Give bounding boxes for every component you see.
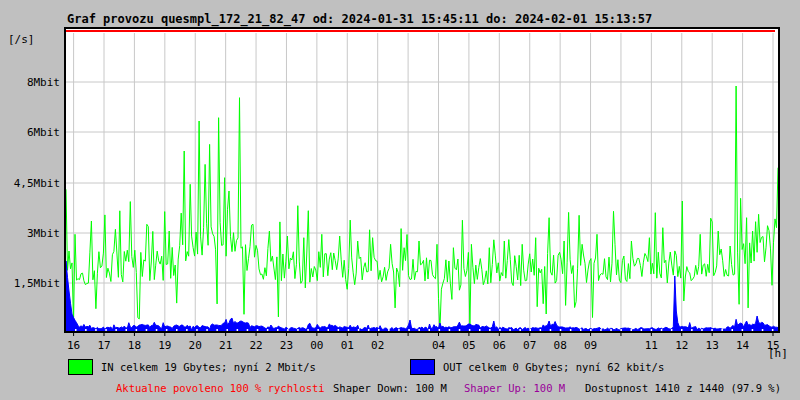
x-tick-label: 15 <box>764 339 782 352</box>
x-tick-label: 12 <box>673 339 691 352</box>
shaper-down-text: Shaper Down: 100 M <box>333 382 447 394</box>
x-tick-label: 22 <box>247 339 265 352</box>
x-tick-label: 05 <box>460 339 478 352</box>
out-legend-swatch <box>410 359 435 375</box>
x-tick-label: 23 <box>277 339 295 352</box>
y-tick-label: 3Mbit <box>0 227 60 240</box>
x-tick-label: 14 <box>734 339 752 352</box>
x-tick-label: 02 <box>369 339 387 352</box>
x-tick-label: 18 <box>125 339 143 352</box>
x-tick-label: 07 <box>521 339 539 352</box>
availability-text: Dostupnost 1410 z 1440 (97.9 %) <box>585 382 781 394</box>
y-tick-label: 4,5Mbit <box>0 177 60 190</box>
x-tick-label: 01 <box>338 339 356 352</box>
x-tick-label: 20 <box>186 339 204 352</box>
y-axis-unit-label: [/s] <box>8 33 35 46</box>
out-legend-label: OUT celkem 0 Gbytes; nyní 62 kbit/s <box>443 361 664 373</box>
graph-title: Graf provozu quesmpl_172_21_82_47 od: 20… <box>67 12 652 26</box>
y-tick-label: 8Mbit <box>0 76 60 89</box>
x-tick-label: 19 <box>156 339 174 352</box>
x-tick-label: 17 <box>95 339 113 352</box>
x-tick-label: 06 <box>490 339 508 352</box>
x-tick-label: 11 <box>642 339 660 352</box>
in-legend-label: IN celkem 19 Gbytes; nyní 2 Mbit/s <box>101 361 316 373</box>
y-tick-label: 6Mbit <box>0 126 60 139</box>
plot-background <box>65 28 779 332</box>
x-tick-label: 09 <box>582 339 600 352</box>
x-tick-label: 08 <box>551 339 569 352</box>
x-tick-label: 16 <box>65 339 83 352</box>
shaper-up-text: Shaper Up: 100 M <box>464 382 565 394</box>
x-tick-label: 04 <box>430 339 448 352</box>
traffic-graph-window: Graf provozu quesmpl_172_21_82_47 od: 20… <box>0 0 800 400</box>
in-legend-swatch <box>68 359 93 375</box>
allowed-speed-text: Aktualne povoleno 100 % rychlosti <box>116 382 325 394</box>
x-tick-label: 21 <box>217 339 235 352</box>
y-tick-label: 1,5Mbit <box>0 277 60 290</box>
x-tick-label: 00 <box>308 339 326 352</box>
x-tick-label: 13 <box>703 339 721 352</box>
